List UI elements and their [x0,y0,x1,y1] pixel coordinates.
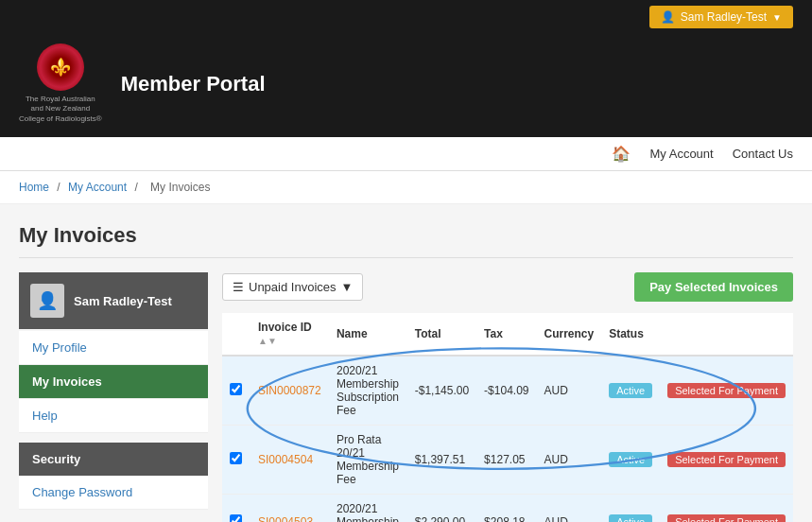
row3-name: 2020/21 Membership Fee [329,495,407,522]
user-menu-button[interactable]: 👤 Sam Radley-Test ▼ [649,6,793,28]
table-row: SI0004503 2020/21 Membership Fee $2,290.… [222,495,793,522]
row1-invoice-id: SIN0000872 [251,356,329,426]
table-row: SI0004504 Pro Rata 20/21 Membership Fee … [222,426,793,495]
row2-invoice-id: SI0004504 [251,426,329,495]
row1-name: 2020/21 Membership Subscription Fee [329,356,407,426]
row1-actions: Selected For Payment [660,356,793,426]
home-icon[interactable]: 🏠 [612,145,631,163]
portal-title: Member Portal [121,72,793,96]
filter-dropdown[interactable]: ☰ Unpaid Invoices ▼ [222,273,363,301]
filter-bar: ☰ Unpaid Invoices ▼ Pay Selected Invoice… [222,272,793,302]
row2-invoice-link[interactable]: SI0004504 [258,453,313,466]
row2-status: Active [601,426,660,495]
invoice-table: Invoice ID ▲▼ Name Total Tax Currency St… [222,313,793,522]
sidebar-user-name: Sam Radley-Test [74,294,172,308]
col-invoice-id: Invoice ID ▲▼ [251,313,329,356]
row3-invoice-link[interactable]: SI0004503 [258,515,313,522]
row3-active-badge: Active [609,514,652,522]
filter-label: Unpaid Invoices [249,280,337,294]
row1-total: -$1,145.00 [407,356,476,426]
main-nav: 🏠 My Account Contact Us [0,137,812,171]
content-area: ☰ Unpaid Invoices ▼ Pay Selected Invoice… [222,272,793,522]
user-icon: 👤 [661,10,675,24]
row2-checkbox-cell [222,426,251,495]
dropdown-arrow-icon: ▼ [772,12,782,23]
row3-actions: Selected For Payment [660,495,793,522]
row3-checkbox-cell [222,495,251,522]
org-logo: ⚜️ [37,44,84,91]
col-status: Status [601,313,660,356]
row3-invoice-id: SI0004503 [251,495,329,522]
filter-icon: ☰ [233,280,244,294]
page-title: My Invoices [19,223,793,258]
sidebar-item-change-password[interactable]: Change Password [19,476,208,510]
col-total: Total [407,313,476,356]
breadcrumb: Home / My Account / My Invoices [0,171,812,204]
row2-actions: Selected For Payment [660,426,793,495]
row3-tax: $208.18 [476,495,536,522]
breadcrumb-current: My Invoices [150,181,210,194]
row2-selected-badge: Selected For Payment [667,452,786,467]
row3-total: $2,290.00 [407,495,476,522]
breadcrumb-home[interactable]: Home [19,181,49,194]
main-layout: 👤 Sam Radley-Test My Profile My Invoices… [19,272,793,522]
row3-selected-badge: Selected For Payment [667,514,786,522]
org-name: The Royal Australian and New Zealand Col… [19,95,102,124]
row2-name: Pro Rata 20/21 Membership Fee [329,426,407,495]
page-content: My Invoices 👤 Sam Radley-Test My Profile… [0,204,812,522]
row2-currency: AUD [536,426,601,495]
logo-area: ⚜️ The Royal Australian and New Zealand … [19,44,102,124]
row2-active-badge: Active [609,452,652,467]
row3-status: Active [601,495,660,522]
row1-active-badge: Active [609,383,652,398]
site-header: ⚜️ The Royal Australian and New Zealand … [0,34,812,137]
row2-checkbox[interactable] [230,452,242,464]
row1-status: Active [601,356,660,426]
avatar: 👤 [30,284,64,318]
row2-tax: $127.05 [476,426,536,495]
sort-icon: ▲▼ [258,336,277,346]
col-checkbox [222,313,251,356]
row3-currency: AUD [536,495,601,522]
row1-currency: AUD [536,356,601,426]
row1-tax: -$104.09 [476,356,536,426]
col-name: Name [329,313,407,356]
row1-selected-badge: Selected For Payment [667,383,786,398]
sidebar-item-my-invoices[interactable]: My Invoices [19,365,208,399]
col-tax: Tax [476,313,536,356]
row1-invoice-link[interactable]: SIN0000872 [258,384,321,397]
col-currency: Currency [536,313,601,356]
row1-checkbox-cell [222,356,251,426]
nav-my-account[interactable]: My Account [649,147,713,161]
table-row: SIN0000872 2020/21 Membership Subscripti… [222,356,793,426]
sidebar-item-help[interactable]: Help [19,399,208,433]
row1-checkbox[interactable] [230,383,242,395]
col-actions [660,313,793,356]
invoice-table-wrapper: Invoice ID ▲▼ Name Total Tax Currency St… [222,313,793,522]
sidebar-item-my-profile[interactable]: My Profile [19,331,208,365]
filter-arrow-icon: ▼ [341,280,354,294]
nav-contact-us[interactable]: Contact Us [733,147,793,161]
sidebar: 👤 Sam Radley-Test My Profile My Invoices… [19,272,208,522]
breadcrumb-my-account[interactable]: My Account [68,181,127,194]
top-bar: 👤 Sam Radley-Test ▼ [0,0,812,34]
sidebar-profile: 👤 Sam Radley-Test [19,272,208,329]
row3-checkbox[interactable] [230,514,242,522]
row2-total: $1,397.51 [407,426,476,495]
pay-selected-button[interactable]: Pay Selected Invoices [634,272,793,302]
user-name-label: Sam Radley-Test [681,10,767,24]
sidebar-security-header: Security [19,443,208,476]
